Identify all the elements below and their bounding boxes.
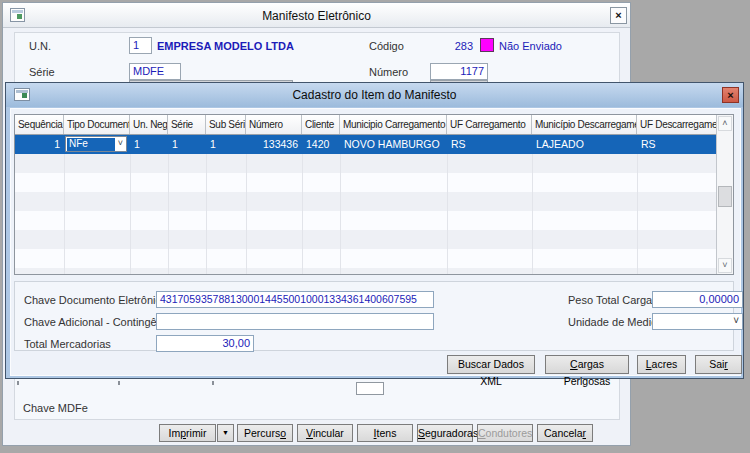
cell-numero: 133436 bbox=[246, 135, 302, 154]
total-mercadorias-field[interactable]: 30,00 bbox=[156, 335, 254, 352]
chevron-down-icon: ˅ bbox=[116, 138, 126, 150]
sair-button[interactable]: Sair bbox=[695, 355, 742, 374]
chave-mdfe-label: Chave MDFe bbox=[23, 402, 88, 414]
condutores-button: Condutores bbox=[477, 424, 533, 442]
un-label: U.N. bbox=[29, 40, 51, 52]
serie-field[interactable]: MDFE bbox=[129, 63, 181, 80]
col-sequencia: Sequência bbox=[15, 115, 64, 134]
imprimir-button[interactable]: Imprimir bbox=[159, 424, 216, 442]
grid-remnant-mark bbox=[212, 381, 214, 385]
codigo-label: Código bbox=[369, 40, 404, 52]
chave-doc-label: Chave Documento Eletrônico bbox=[24, 294, 167, 306]
percurso-button[interactable]: Percurso bbox=[237, 424, 293, 442]
cargas-perigosas-button[interactable]: Cargas Perigosas bbox=[545, 355, 629, 374]
cell-municipio-descarregamento: LAJEADO bbox=[532, 135, 637, 154]
col-uf-carregamento: UF Carregamento bbox=[447, 115, 532, 134]
cell-un-neg: 1 bbox=[130, 135, 168, 154]
cadastro-titlebar: Cadastro do Item do Manifesto × bbox=[6, 83, 743, 107]
table-row[interactable]: 1 NFe ˅ 1 1 1 133436 1420 NOVO HAMBURGO … bbox=[15, 135, 716, 154]
cancelar-button[interactable]: Cancelar bbox=[537, 424, 593, 442]
cadastro-content: Sequência Tipo Documento Un. Neg. Série … bbox=[10, 108, 741, 376]
col-cliente: Cliente bbox=[302, 115, 340, 134]
cell-cliente: 1420 bbox=[302, 135, 340, 154]
unidade-medida-select[interactable]: ˅ bbox=[652, 313, 743, 330]
status-text: Não Enviado bbox=[499, 40, 562, 52]
chave-doc-field[interactable]: 4317059357881300014455001000133436140060… bbox=[156, 291, 434, 308]
peso-total-label: Peso Total Carga bbox=[568, 294, 652, 306]
cell-sequencia: 1 bbox=[15, 135, 64, 154]
grid-remnant-mark bbox=[118, 381, 120, 385]
col-tipo-documento: Tipo Documento bbox=[64, 115, 130, 134]
grid-header: Sequência Tipo Documento Un. Neg. Série … bbox=[15, 115, 716, 135]
cell-municipio-carregamento: NOVO HAMBURGO bbox=[340, 135, 447, 154]
un-field[interactable]: 1 bbox=[129, 37, 152, 54]
close-icon[interactable]: × bbox=[610, 7, 627, 24]
lacres-button[interactable]: Lacres bbox=[637, 355, 686, 374]
unidade-medida-label: Unidade de Medida bbox=[568, 316, 663, 328]
itens-button[interactable]: Itens bbox=[357, 424, 413, 442]
imprimir-dropdown-button[interactable]: ▼ bbox=[217, 424, 234, 442]
total-mercadorias-label: Total Mercadorias bbox=[24, 338, 111, 350]
vertical-scrollbar[interactable]: ˄ ˅ bbox=[716, 115, 733, 274]
scrollbar-thumb[interactable] bbox=[718, 186, 732, 207]
cell-uf-carregamento: RS bbox=[447, 135, 532, 154]
empty-rows-area bbox=[15, 154, 716, 274]
col-uf-descarregamento: UF Descarregamento bbox=[637, 115, 717, 134]
cell-tipo-documento: NFe ˅ bbox=[64, 135, 130, 154]
combobox-value: NFe bbox=[67, 138, 115, 151]
status-swatch bbox=[480, 38, 494, 52]
grid-remnant-mark bbox=[17, 381, 19, 385]
tipo-documento-combobox[interactable]: NFe ˅ bbox=[65, 136, 127, 152]
select-value bbox=[653, 314, 656, 326]
col-un-neg: Un. Neg. bbox=[130, 115, 168, 134]
codigo-value: 283 bbox=[423, 40, 473, 52]
cell-serie: 1 bbox=[168, 135, 206, 154]
col-serie: Série bbox=[168, 115, 206, 134]
serie-label: Série bbox=[29, 66, 55, 78]
manifesto-window-title: Manifesto Eletrônico bbox=[3, 9, 630, 23]
buscar-dados-xml-button[interactable]: Buscar Dados XML bbox=[447, 355, 535, 374]
cadastro-item-manifesto-window: Cadastro do Item do Manifesto × Sequênci… bbox=[5, 82, 744, 379]
col-numero: Número bbox=[246, 115, 302, 134]
col-municipio-carregamento: Municipio Carregamento bbox=[340, 115, 447, 134]
company-name: EMPRESA MODELO LTDA bbox=[157, 40, 294, 52]
cell-sub-serie: 1 bbox=[206, 135, 246, 154]
dropdown-arrow-icon: ▼ bbox=[222, 429, 229, 436]
chave-adicional-field[interactable] bbox=[156, 313, 434, 330]
vincular-button[interactable]: Vincular bbox=[297, 424, 353, 442]
close-icon[interactable]: × bbox=[722, 87, 739, 103]
col-municipio-descarregamento: Município Descarregamento bbox=[532, 115, 637, 134]
seguradoras-button[interactable]: Seguradoras bbox=[417, 424, 473, 442]
clipped-grid-cell bbox=[356, 382, 384, 395]
chevron-down-icon: ˅ bbox=[733, 315, 739, 326]
peso-total-field[interactable]: 0,00000 bbox=[652, 291, 743, 308]
itens-grid: Sequência Tipo Documento Un. Neg. Série … bbox=[14, 114, 734, 275]
scroll-down-icon[interactable]: ˅ bbox=[718, 258, 732, 273]
col-sub-serie: Sub Série bbox=[206, 115, 246, 134]
numero-field[interactable]: 1177 bbox=[430, 63, 488, 80]
numero-label: Número bbox=[369, 66, 408, 78]
scroll-up-icon[interactable]: ˄ bbox=[718, 116, 732, 131]
manifesto-titlebar: Manifesto Eletrônico × bbox=[3, 3, 630, 28]
cell-uf-descarregamento: RS bbox=[637, 135, 717, 154]
cadastro-window-title: Cadastro do Item do Manifesto bbox=[6, 88, 743, 102]
